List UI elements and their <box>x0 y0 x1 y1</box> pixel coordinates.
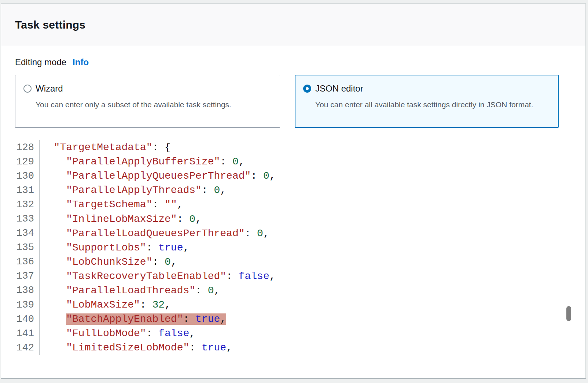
option-card-json-editor[interactable]: JSON editor You can enter all available … <box>295 75 559 128</box>
json-code-editor[interactable]: 128 "TargetMetadata": {129 "ParallelAppl… <box>1 140 551 355</box>
code-line[interactable]: 131 "ParallelApplyThreads": 0, <box>1 183 551 197</box>
code-line[interactable]: 138 "ParallelLoadThreads": 0, <box>1 283 551 298</box>
code-line-text: "ParallelLoadQueuesPerThread": 0, <box>40 228 269 239</box>
panel-header: Task settings <box>1 4 585 46</box>
page-title: Task settings <box>15 19 85 31</box>
line-number: 140 <box>1 312 40 326</box>
code-line[interactable]: 136 "LobChunkSize": 0, <box>1 255 551 269</box>
code-line[interactable]: 134 "ParallelLoadQueuesPerThread": 0, <box>1 226 551 241</box>
json-editor-option-label: JSON editor <box>315 83 363 94</box>
code-line-text: "ParallelApplyBufferSize": 0, <box>40 156 245 167</box>
option-card-wizard[interactable]: Wizard You can enter only a subset of th… <box>15 75 280 128</box>
code-line[interactable]: 139 "LobMaxSize": 32, <box>1 298 551 312</box>
code-line[interactable]: 141 "FullLobMode": false, <box>1 326 551 341</box>
line-number: 129 <box>1 155 40 169</box>
line-number: 133 <box>1 212 40 226</box>
line-number: 131 <box>1 183 40 197</box>
line-number: 128 <box>1 140 40 155</box>
code-line[interactable]: 128 "TargetMetadata": { <box>1 140 551 155</box>
code-line[interactable]: 129 "ParallelApplyBufferSize": 0, <box>1 155 551 169</box>
code-line[interactable]: 142 "LimitedSizeLobMode": true, <box>1 341 551 355</box>
code-line-text: "ParallelApplyQueuesPerThread": 0, <box>40 170 276 182</box>
radio-unselected-icon[interactable] <box>23 85 32 93</box>
code-line-text: "InlineLobMaxSize": 0, <box>40 213 202 225</box>
code-line[interactable]: 140 "BatchApplyEnabled": true, <box>1 312 551 326</box>
code-line[interactable]: 133 "InlineLobMaxSize": 0, <box>1 212 551 226</box>
highlighted-match: "BatchApplyEnabled": true, <box>66 313 226 325</box>
code-line-text: "TargetSchema": "", <box>40 199 183 210</box>
wizard-option-description: You can enter only a subset of the avail… <box>36 98 260 111</box>
code-line-text: "LimitedSizeLobMode": true, <box>40 342 232 353</box>
line-number: 135 <box>1 241 40 255</box>
code-line-text: "LobMaxSize": 32, <box>40 299 171 311</box>
json-editor-option-description: You can enter all available task setting… <box>315 98 540 111</box>
line-number: 137 <box>1 269 40 283</box>
code-line-text: "ParallelLoadThreads": 0, <box>40 285 220 296</box>
editing-mode-row: Editing mode Info <box>15 57 89 67</box>
radio-selected-icon[interactable] <box>303 85 311 93</box>
code-line[interactable]: 132 "TargetSchema": "", <box>1 197 551 212</box>
line-number: 130 <box>1 169 40 183</box>
wizard-option-row: Wizard <box>23 83 271 94</box>
line-number: 132 <box>1 197 40 212</box>
code-line-text: "ParallelApplyThreads": 0, <box>40 185 226 196</box>
editing-mode-label: Editing mode <box>15 57 66 67</box>
json-editor-option-row: JSON editor <box>303 83 550 94</box>
code-line-text: "SupportLobs": true, <box>40 242 189 253</box>
wizard-option-label: Wizard <box>36 83 63 94</box>
line-number: 141 <box>1 326 40 341</box>
line-number: 138 <box>1 283 40 298</box>
code-line[interactable]: 135 "SupportLobs": true, <box>1 241 551 255</box>
code-line-text: "BatchApplyEnabled": true, <box>40 313 226 325</box>
task-settings-panel: Task settings Editing mode Info Wizard Y… <box>1 3 586 379</box>
editing-mode-options: Wizard You can enter only a subset of th… <box>15 75 559 128</box>
code-line-text: "LobChunkSize": 0, <box>40 256 177 268</box>
code-line-text: "FullLobMode": false, <box>40 328 195 339</box>
line-number: 136 <box>1 255 40 269</box>
line-number: 142 <box>1 341 40 355</box>
line-number: 139 <box>1 298 40 312</box>
info-link[interactable]: Info <box>73 57 89 67</box>
code-line-text: "TaskRecoveryTableEnabled": false, <box>40 271 276 282</box>
code-line[interactable]: 130 "ParallelApplyQueuesPerThread": 0, <box>1 169 551 183</box>
panel-body: Editing mode Info Wizard You can enter o… <box>1 46 585 378</box>
code-line[interactable]: 137 "TaskRecoveryTableEnabled": false, <box>1 269 551 283</box>
scrollbar-thumb[interactable] <box>566 306 571 321</box>
code-line-text: "TargetMetadata": { <box>40 142 171 153</box>
line-number: 134 <box>1 226 40 241</box>
